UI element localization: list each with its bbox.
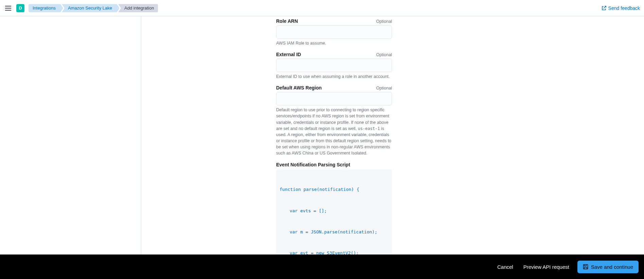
code-line: var m = JSON.parse(notification); bbox=[280, 229, 389, 236]
external-id-help: External ID to use when assuming a role … bbox=[276, 73, 392, 80]
script-section-title: Event Notification Parsing Script bbox=[276, 162, 392, 167]
bottom-action-bar: Cancel Preview API request Save and cont… bbox=[0, 255, 644, 279]
default-region-optional: Optional bbox=[376, 86, 392, 91]
breadcrumb-amazon-security-lake[interactable]: Amazon Security Lake bbox=[62, 4, 117, 12]
header-left: D Integrations Amazon Security Lake Add … bbox=[4, 4, 159, 12]
external-link-icon bbox=[602, 6, 606, 11]
send-feedback-link[interactable]: Send feedback bbox=[602, 5, 640, 11]
code-line: var evt = new S3EventV2(); bbox=[280, 250, 389, 255]
form-column: Role ARN Optional AWS IAM Role to assume… bbox=[141, 16, 644, 255]
left-column-spacer bbox=[0, 16, 141, 255]
space-avatar[interactable]: D bbox=[16, 4, 24, 12]
field-role-arn: Role ARN Optional AWS IAM Role to assume… bbox=[276, 18, 392, 46]
external-id-input[interactable] bbox=[276, 59, 392, 72]
save-button-label: Save and continue bbox=[591, 264, 633, 270]
header-right: Send feedback bbox=[602, 5, 640, 11]
breadcrumb-add-integration: Add integration bbox=[118, 4, 158, 12]
send-feedback-label: Send feedback bbox=[608, 5, 640, 11]
preview-api-request-button[interactable]: Preview API request bbox=[521, 261, 571, 273]
app-header: D Integrations Amazon Security Lake Add … bbox=[0, 0, 644, 16]
default-region-help: Default region to use prior to connectin… bbox=[276, 107, 392, 156]
role-arn-optional: Optional bbox=[376, 19, 392, 24]
cancel-button[interactable]: Cancel bbox=[495, 261, 515, 273]
role-arn-label: Role ARN bbox=[276, 18, 298, 24]
save-and-continue-button[interactable]: Save and continue bbox=[577, 261, 639, 273]
breadcrumb-integrations[interactable]: Integrations bbox=[29, 4, 60, 12]
main-scroll-area[interactable]: Role ARN Optional AWS IAM Role to assume… bbox=[0, 16, 644, 255]
field-default-region: Default AWS Region Optional Default regi… bbox=[276, 85, 392, 156]
default-region-input[interactable] bbox=[276, 92, 392, 105]
breadcrumb: Integrations Amazon Security Lake Add in… bbox=[29, 4, 159, 12]
external-id-optional: Optional bbox=[376, 52, 392, 57]
code-line: function parse(notification) { bbox=[280, 186, 389, 193]
save-icon bbox=[583, 264, 588, 269]
menu-toggle-button[interactable] bbox=[4, 4, 12, 12]
external-id-label: External ID bbox=[276, 52, 301, 57]
role-arn-help: AWS IAM Role to assume. bbox=[276, 40, 392, 46]
field-external-id: External ID Optional External ID to use … bbox=[276, 52, 392, 80]
script-code-block[interactable]: function parse(notification) { var evts … bbox=[276, 169, 392, 255]
default-region-label: Default AWS Region bbox=[276, 85, 322, 91]
code-line: var evts = []; bbox=[280, 208, 389, 215]
hamburger-icon bbox=[5, 6, 11, 11]
role-arn-input[interactable] bbox=[276, 25, 392, 39]
